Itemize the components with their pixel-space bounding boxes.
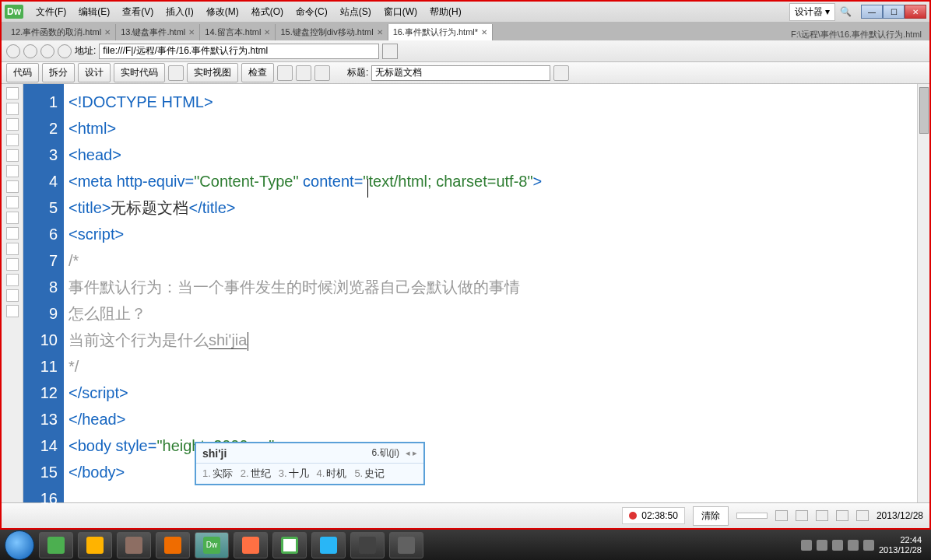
split-view-button[interactable]: 拆分 bbox=[42, 63, 75, 82]
address-go-icon[interactable] bbox=[382, 44, 398, 59]
menu-item[interactable]: 查看(V) bbox=[116, 4, 160, 20]
code-view-button[interactable]: 代码 bbox=[6, 63, 39, 82]
menu-item[interactable]: 文件(F) bbox=[30, 4, 72, 20]
code-line[interactable]: <head> bbox=[69, 142, 917, 168]
reload-icon[interactable] bbox=[314, 65, 330, 81]
close-button[interactable]: ✕ bbox=[905, 5, 926, 19]
title-input[interactable] bbox=[371, 65, 550, 81]
recording-indicator[interactable]: 02:38:50 bbox=[622, 507, 685, 524]
code-line[interactable]: </head> bbox=[69, 406, 917, 432]
taskbar-app[interactable] bbox=[350, 532, 385, 558]
scrollbar-thumb[interactable] bbox=[919, 87, 929, 134]
code-line[interactable]: /* bbox=[69, 247, 917, 274]
status-icon[interactable] bbox=[775, 510, 788, 521]
design-view-button[interactable]: 设计 bbox=[78, 63, 111, 82]
taskbar-app[interactable] bbox=[78, 532, 112, 558]
code-line[interactable]: <!DOCTYPE HTML> bbox=[69, 89, 917, 115]
title-options-icon[interactable] bbox=[553, 65, 569, 81]
tab-close-icon[interactable]: ✕ bbox=[104, 28, 111, 37]
menu-item[interactable]: 站点(S) bbox=[334, 4, 378, 20]
taskbar-app-ie[interactable] bbox=[311, 532, 346, 558]
minimize-button[interactable]: — bbox=[861, 5, 883, 19]
tool-icon[interactable] bbox=[6, 165, 19, 177]
tab-close-icon[interactable]: ✕ bbox=[377, 28, 383, 37]
ime-candidate[interactable]: 1.实际 bbox=[202, 467, 233, 481]
taskbar-clock[interactable]: 22:44 2013/12/28 bbox=[879, 535, 922, 555]
document-tab[interactable]: 13.键盘事件.html✕ bbox=[116, 24, 200, 40]
globe-icon[interactable] bbox=[277, 65, 293, 81]
status-icon[interactable] bbox=[796, 510, 808, 521]
taskbar-app-firefox[interactable] bbox=[234, 532, 268, 558]
menu-item[interactable]: 插入(I) bbox=[160, 4, 199, 20]
code-line[interactable]: <title>无标题文档</title> bbox=[69, 194, 917, 221]
status-button[interactable] bbox=[736, 513, 768, 519]
tool-icon[interactable] bbox=[6, 274, 19, 286]
start-button[interactable] bbox=[5, 530, 34, 560]
maximize-button[interactable]: ☐ bbox=[883, 5, 905, 19]
status-icon[interactable] bbox=[816, 510, 828, 521]
address-input[interactable] bbox=[99, 44, 379, 59]
live-code-button[interactable]: 实时代码 bbox=[114, 63, 165, 82]
taskbar-app-dreamweaver[interactable]: Dw bbox=[195, 532, 229, 558]
status-icon[interactable] bbox=[856, 510, 869, 521]
tool-icon[interactable] bbox=[6, 212, 19, 224]
tray-icon[interactable] bbox=[817, 540, 827, 551]
menu-item[interactable]: 格式(O) bbox=[245, 4, 290, 20]
document-tab[interactable]: 14.留言本.html✕ bbox=[200, 24, 276, 40]
options-icon[interactable] bbox=[168, 65, 184, 81]
nav-stop-icon[interactable] bbox=[40, 44, 54, 58]
tool-icon[interactable] bbox=[6, 87, 19, 100]
taskbar-app-chrome[interactable] bbox=[272, 532, 307, 558]
menu-item[interactable]: 窗口(W) bbox=[378, 4, 423, 20]
menu-item[interactable]: 编辑(E) bbox=[72, 4, 116, 20]
document-tab[interactable]: 15.键盘控制div移动.html✕ bbox=[276, 24, 388, 40]
code-line[interactable]: </script> bbox=[69, 380, 917, 406]
code-area[interactable]: <!DOCTYPE HTML><html><head><meta http-eq… bbox=[64, 84, 917, 502]
ime-popup[interactable]: shi'ji 6.矶(ji) ◂ ▸ 1.实际2.世纪3.十几4.时机5.史记 bbox=[195, 442, 425, 485]
tray-icon[interactable] bbox=[848, 540, 859, 551]
tab-close-icon[interactable]: ✕ bbox=[481, 28, 487, 37]
tool-icon[interactable] bbox=[6, 103, 19, 115]
taskbar-app[interactable] bbox=[389, 532, 423, 558]
menu-item[interactable]: 命令(C) bbox=[290, 4, 334, 20]
document-tab[interactable]: 12.事件函数的取消.html✕ bbox=[6, 24, 116, 40]
taskbar-app[interactable] bbox=[39, 532, 73, 558]
live-view-button[interactable]: 实时视图 bbox=[187, 63, 238, 82]
ime-candidate[interactable]: 3.十几 bbox=[279, 467, 309, 481]
inspect-button[interactable]: 检查 bbox=[241, 63, 274, 82]
clear-button[interactable]: 清除 bbox=[693, 506, 729, 526]
code-line[interactable]: 事件默认行为：当一个事件发生的时候浏览器自己会默认做的事情 bbox=[69, 274, 917, 300]
tool-icon[interactable] bbox=[6, 180, 19, 193]
tray-icon[interactable] bbox=[832, 540, 843, 551]
nav-back-icon[interactable] bbox=[6, 44, 20, 58]
document-tab[interactable]: 16.事件默认行为.html*✕ bbox=[388, 24, 493, 40]
nav-home-icon[interactable] bbox=[58, 44, 72, 58]
nav-forward-icon[interactable] bbox=[23, 44, 37, 58]
tool-icon[interactable] bbox=[6, 118, 19, 131]
ime-page-arrows[interactable]: ◂ ▸ bbox=[406, 448, 417, 458]
vertical-scrollbar[interactable] bbox=[917, 84, 929, 502]
tool-icon[interactable] bbox=[6, 149, 19, 162]
tool-icon[interactable] bbox=[6, 305, 19, 317]
code-line[interactable]: */ bbox=[69, 353, 917, 380]
tab-close-icon[interactable]: ✕ bbox=[264, 28, 270, 37]
menu-item[interactable]: 修改(M) bbox=[200, 4, 245, 20]
refresh-icon[interactable] bbox=[296, 65, 311, 81]
status-icon[interactable] bbox=[836, 510, 848, 521]
code-line[interactable]: 怎么阻止？ bbox=[69, 300, 917, 327]
code-line[interactable]: <html> bbox=[69, 115, 917, 142]
tool-icon[interactable] bbox=[6, 227, 19, 240]
ime-alt-candidate[interactable]: 6.矶(ji) bbox=[372, 446, 399, 460]
code-line[interactable]: <script> bbox=[69, 221, 917, 247]
layout-dropdown[interactable]: 设计器 ▾ bbox=[789, 3, 835, 21]
menu-item[interactable]: 帮助(H) bbox=[423, 4, 468, 20]
tray-icon[interactable] bbox=[801, 540, 812, 551]
search-icon[interactable]: 🔍 bbox=[840, 6, 852, 17]
tool-icon[interactable] bbox=[6, 196, 19, 208]
tool-icon[interactable] bbox=[6, 134, 19, 146]
ime-candidate[interactable]: 5.史记 bbox=[354, 467, 385, 481]
tool-icon[interactable] bbox=[6, 289, 19, 302]
tool-icon[interactable] bbox=[6, 243, 19, 255]
code-line[interactable]: <meta http-equiv="Content-Type" content=… bbox=[69, 168, 917, 194]
ime-candidate[interactable]: 2.世纪 bbox=[241, 467, 271, 481]
